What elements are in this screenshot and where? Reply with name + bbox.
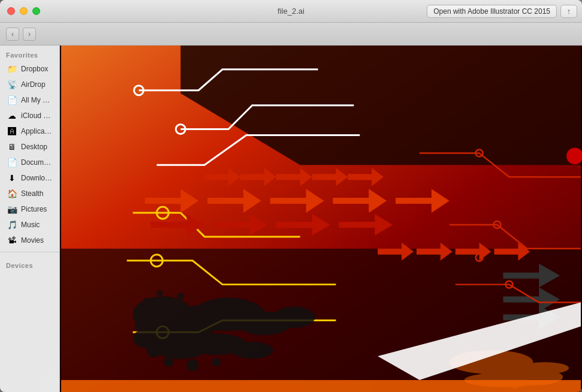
- artwork-svg: [60, 46, 582, 392]
- sidebar-item-desktop[interactable]: 🖥 Desktop: [2, 140, 58, 154]
- svg-point-43: [231, 342, 273, 358]
- sidebar-item-applications-label: Applicati…: [21, 127, 53, 135]
- svg-point-39: [273, 306, 315, 328]
- sidebar-item-pictures-label: Pictures: [21, 205, 47, 213]
- sidebar-item-icloud-drive-label: iCloud D…: [21, 111, 53, 120]
- svg-point-44: [143, 298, 153, 307]
- icloud-drive-icon: ☁: [7, 111, 17, 120]
- open-with-button[interactable]: Open with Adobe Illustrator CC 2015: [427, 5, 557, 18]
- sidebar-item-music-label: Music: [21, 221, 40, 229]
- documents-icon: 📄: [7, 158, 17, 167]
- title-bar: file_2.ai Open with Adobe Illustrator CC…: [0, 0, 582, 23]
- sidebar-item-icloud-drive[interactable]: ☁ iCloud D…: [2, 108, 58, 123]
- svg-point-51: [135, 322, 143, 330]
- title-bar-right: Open with Adobe Illustrator CC 2015 ↑: [427, 5, 577, 18]
- sidebar-item-music[interactable]: 🎵 Music: [2, 218, 58, 232]
- music-icon: 🎵: [7, 220, 17, 230]
- sidebar-item-movies[interactable]: 📽 Movies: [2, 233, 58, 248]
- sidebar-item-pictures[interactable]: 📷 Pictures: [2, 202, 58, 216]
- preview-canvas: [60, 46, 582, 392]
- sidebar-item-downloads-label: Downloa…: [21, 174, 53, 182]
- favorites-label: Favorites: [0, 46, 59, 61]
- sidebar-item-desktop-label: Desktop: [21, 143, 47, 151]
- svg-point-56: [521, 362, 569, 374]
- all-my-files-icon: 📄: [7, 95, 17, 105]
- svg-rect-61: [61, 380, 581, 392]
- sidebar-item-dropbox-label: Dropbox: [21, 65, 48, 73]
- svg-point-45: [156, 291, 162, 297]
- sidebar-item-movies-label: Movies: [21, 236, 44, 245]
- devices-label: Devices: [0, 256, 59, 272]
- maximize-button[interactable]: [32, 7, 40, 15]
- svg-point-47: [147, 343, 161, 357]
- sidebar-item-dropbox[interactable]: 📁 Dropbox: [2, 62, 58, 76]
- minimize-button[interactable]: [20, 7, 28, 15]
- back-button[interactable]: ‹: [6, 28, 19, 41]
- airdrop-icon: 📡: [7, 80, 17, 89]
- svg-point-49: [186, 359, 198, 371]
- sidebar-item-downloads[interactable]: ⬇ Downloa…: [2, 171, 58, 185]
- desktop: file_2.ai Open with Adobe Illustrator CC…: [0, 0, 582, 392]
- nav-bar: ‹ ›: [0, 23, 582, 46]
- forward-button[interactable]: ›: [23, 28, 36, 41]
- svg-point-46: [177, 293, 184, 300]
- svg-point-50: [212, 358, 221, 366]
- svg-point-48: [164, 357, 173, 367]
- stealth-icon: 🏠: [7, 189, 17, 198]
- main-content: Favorites 📁 Dropbox 📡 AirDrop 📄 All My F…: [0, 46, 582, 392]
- pictures-icon: 📷: [7, 204, 17, 214]
- sidebar-divider: [0, 252, 59, 252]
- sidebar-item-stealth-label: Stealth: [21, 189, 43, 198]
- window-controls: [7, 7, 40, 15]
- desktop-icon: 🖥: [7, 142, 17, 152]
- window-title: file_2.ai: [278, 7, 304, 16]
- finder-window: file_2.ai Open with Adobe Illustrator CC…: [0, 0, 582, 392]
- dropbox-icon: 📁: [7, 64, 17, 74]
- movies-icon: 📽: [7, 236, 17, 245]
- share-button[interactable]: ↑: [560, 5, 577, 18]
- sidebar-item-documents[interactable]: 📄 Docume…: [2, 155, 58, 170]
- sidebar-item-documents-label: Docume…: [21, 158, 53, 167]
- downloads-icon: ⬇: [7, 173, 17, 183]
- preview-area: [60, 46, 582, 392]
- close-button[interactable]: [7, 7, 15, 15]
- sidebar-item-stealth[interactable]: 🏠 Stealth: [2, 186, 58, 201]
- share-icon: ↑: [567, 7, 571, 16]
- applications-icon: 🅰: [7, 126, 17, 136]
- sidebar-item-all-my-files[interactable]: 📄 All My F…: [2, 93, 58, 107]
- sidebar-item-all-my-files-label: All My F…: [21, 96, 53, 104]
- sidebar-item-applications[interactable]: 🅰 Applicati…: [2, 124, 58, 138]
- sidebar: Favorites 📁 Dropbox 📡 AirDrop 📄 All My F…: [0, 46, 60, 392]
- sidebar-item-airdrop[interactable]: 📡 AirDrop: [2, 77, 58, 92]
- svg-point-58: [554, 368, 560, 374]
- sidebar-item-airdrop-label: AirDrop: [21, 80, 46, 89]
